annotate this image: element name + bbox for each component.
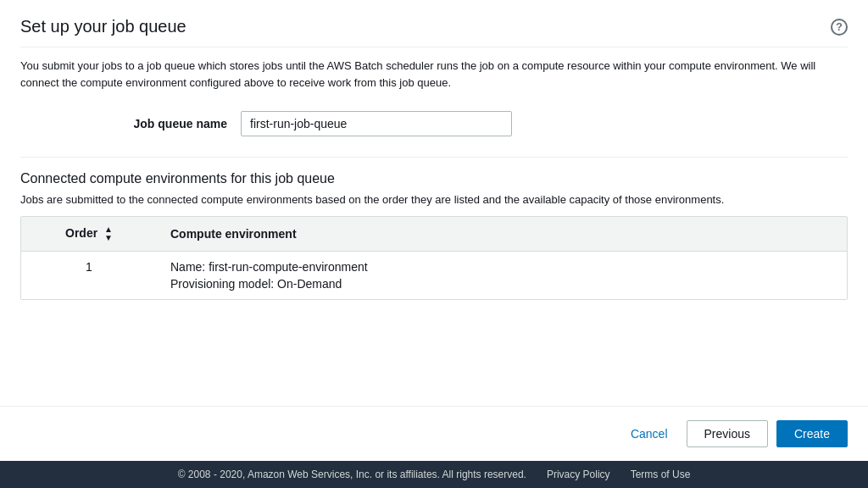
page-header: Set up your job queue ? <box>20 17 848 47</box>
job-queue-name-label: Job queue name <box>105 117 241 130</box>
page-title: Set up your job queue <box>20 17 186 36</box>
page-description: You submit your jobs to a job queue whic… <box>20 58 834 91</box>
sort-down-arrow: ▼ <box>104 234 113 242</box>
footer-copyright: © 2008 - 2020, Amazon Web Services, Inc.… <box>178 469 526 480</box>
connected-section-title: Connected compute environments for this … <box>20 171 848 186</box>
compute-env-column-header: Compute environment <box>157 217 847 252</box>
terms-of-use-link[interactable]: Terms of Use <box>631 469 691 480</box>
compute-env-name: Name: first-run-compute-environment <box>170 260 833 274</box>
section-divider <box>20 157 848 158</box>
model-value: On-Demand <box>277 277 342 291</box>
job-queue-name-row: Job queue name <box>20 111 848 136</box>
privacy-policy-link[interactable]: Privacy Policy <box>547 469 610 480</box>
help-icon[interactable]: ? <box>831 19 848 36</box>
create-button[interactable]: Create <box>776 420 848 447</box>
job-queue-name-input[interactable] <box>241 111 512 136</box>
row-compute-env: Name: first-run-compute-environment Prov… <box>157 252 847 300</box>
cancel-button[interactable]: Cancel <box>620 421 678 446</box>
name-value: first-run-compute-environment <box>209 260 368 274</box>
order-column-label: Order <box>65 226 97 240</box>
main-content: Set up your job queue ? You submit your … <box>0 0 868 406</box>
table-row: 1 Name: first-run-compute-environment Pr… <box>21 252 847 300</box>
previous-button[interactable]: Previous <box>687 420 768 447</box>
compute-env-model: Provisioning model: On-Demand <box>170 277 833 291</box>
model-label: Provisioning model: <box>170 277 274 291</box>
compute-environments-table: Order ▲ ▼ Compute environment 1 Name: <box>20 216 848 300</box>
name-label: Name: <box>170 260 205 274</box>
environments-table: Order ▲ ▼ Compute environment 1 Name: <box>21 217 847 299</box>
page-footer: © 2008 - 2020, Amazon Web Services, Inc.… <box>0 461 868 488</box>
connected-section-description: Jobs are submitted to the connected comp… <box>20 193 848 206</box>
table-header-row: Order ▲ ▼ Compute environment <box>21 217 847 252</box>
order-column-header: Order ▲ ▼ <box>21 217 157 252</box>
row-order: 1 <box>21 252 157 300</box>
order-sort-arrows[interactable]: ▲ ▼ <box>104 225 113 242</box>
footer-actions: Cancel Previous Create <box>0 406 868 461</box>
